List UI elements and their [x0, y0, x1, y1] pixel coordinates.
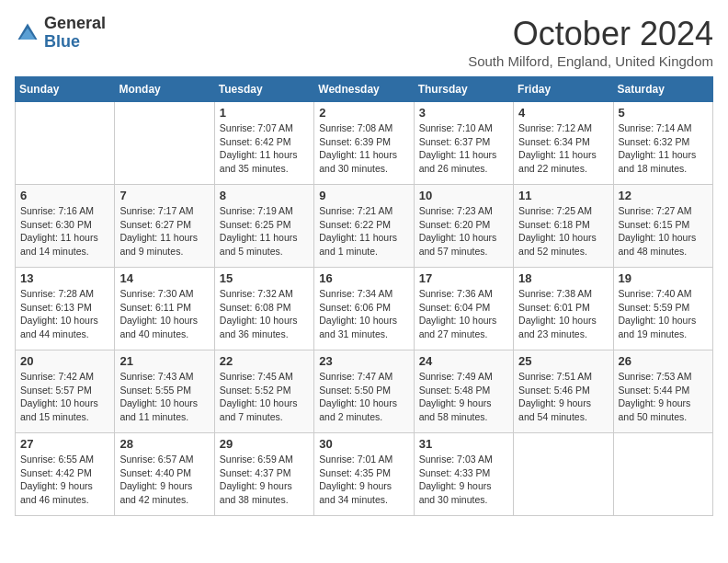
logo-general: General	[44, 15, 106, 33]
day-number: 13	[20, 271, 109, 285]
calendar-cell: 6Sunrise: 7:16 AM Sunset: 6:30 PM Daylig…	[16, 185, 115, 268]
month-title: October 2024	[468, 15, 713, 53]
day-info: Sunrise: 7:07 AM Sunset: 6:42 PM Dayligh…	[220, 121, 309, 176]
calendar-cell: 4Sunrise: 7:12 AM Sunset: 6:34 PM Daylig…	[514, 102, 613, 185]
day-number: 19	[619, 271, 708, 285]
day-info: Sunrise: 6:57 AM Sunset: 4:40 PM Dayligh…	[119, 453, 209, 507]
calendar-cell: 9Sunrise: 7:21 AM Sunset: 6:22 PM Daylig…	[314, 185, 414, 268]
day-number: 10	[419, 189, 508, 202]
day-number: 22	[220, 354, 309, 368]
calendar-cell	[115, 102, 214, 185]
calendar-cell: 5Sunrise: 7:14 AM Sunset: 6:32 PM Daylig…	[613, 102, 712, 185]
day-number: 20	[20, 354, 109, 368]
day-info: Sunrise: 7:49 AM Sunset: 5:48 PM Dayligh…	[419, 370, 508, 424]
day-number: 17	[419, 271, 508, 285]
day-info: Sunrise: 7:08 AM Sunset: 6:39 PM Dayligh…	[319, 121, 408, 176]
day-info: Sunrise: 7:47 AM Sunset: 5:50 PM Dayligh…	[319, 370, 408, 424]
day-info: Sunrise: 7:25 AM Sunset: 6:18 PM Dayligh…	[518, 204, 608, 259]
day-number: 26	[619, 354, 708, 368]
col-header-sunday: Sunday	[16, 77, 115, 102]
calendar-cell: 29Sunrise: 6:59 AM Sunset: 4:37 PM Dayli…	[214, 433, 313, 516]
day-info: Sunrise: 7:17 AM Sunset: 6:27 PM Dayligh…	[119, 204, 209, 259]
day-info: Sunrise: 7:42 AM Sunset: 5:57 PM Dayligh…	[20, 370, 109, 424]
day-info: Sunrise: 7:23 AM Sunset: 6:20 PM Dayligh…	[419, 204, 508, 259]
page-header: General Blue October 2024 South Milford,…	[15, 15, 713, 69]
day-number: 1	[220, 106, 309, 120]
calendar-cell: 30Sunrise: 7:01 AM Sunset: 4:35 PM Dayli…	[314, 433, 414, 516]
day-number: 2	[319, 106, 408, 120]
col-header-wednesday: Wednesday	[314, 77, 414, 102]
calendar-cell: 1Sunrise: 7:07 AM Sunset: 6:42 PM Daylig…	[214, 102, 313, 185]
calendar-cell: 13Sunrise: 7:28 AM Sunset: 6:13 PM Dayli…	[16, 268, 115, 350]
title-section: October 2024 South Milford, England, Uni…	[468, 15, 713, 69]
calendar-cell: 11Sunrise: 7:25 AM Sunset: 6:18 PM Dayli…	[514, 185, 613, 268]
day-info: Sunrise: 7:32 AM Sunset: 6:08 PM Dayligh…	[220, 287, 309, 341]
day-number: 7	[119, 189, 209, 202]
logo: General Blue	[15, 15, 106, 52]
calendar-cell: 14Sunrise: 7:30 AM Sunset: 6:11 PM Dayli…	[115, 268, 214, 350]
day-number: 28	[119, 437, 209, 451]
day-number: 8	[220, 189, 309, 202]
calendar-cell: 22Sunrise: 7:45 AM Sunset: 5:52 PM Dayli…	[214, 350, 313, 433]
calendar-cell: 7Sunrise: 7:17 AM Sunset: 6:27 PM Daylig…	[115, 185, 214, 268]
day-info: Sunrise: 7:51 AM Sunset: 5:46 PM Dayligh…	[518, 370, 608, 424]
calendar-cell: 19Sunrise: 7:40 AM Sunset: 5:59 PM Dayli…	[613, 268, 712, 350]
calendar-cell	[514, 433, 613, 516]
calendar-cell	[16, 102, 115, 185]
calendar-cell: 26Sunrise: 7:53 AM Sunset: 5:44 PM Dayli…	[613, 350, 712, 433]
day-info: Sunrise: 7:30 AM Sunset: 6:11 PM Dayligh…	[119, 287, 209, 341]
day-info: Sunrise: 7:40 AM Sunset: 5:59 PM Dayligh…	[619, 287, 708, 341]
calendar-cell: 15Sunrise: 7:32 AM Sunset: 6:08 PM Dayli…	[214, 268, 313, 350]
day-number: 24	[419, 354, 508, 368]
calendar-cell	[613, 433, 712, 516]
calendar-cell: 17Sunrise: 7:36 AM Sunset: 6:04 PM Dayli…	[414, 268, 513, 350]
day-info: Sunrise: 7:34 AM Sunset: 6:06 PM Dayligh…	[319, 287, 408, 341]
day-info: Sunrise: 7:12 AM Sunset: 6:34 PM Dayligh…	[518, 121, 608, 176]
day-number: 29	[220, 437, 309, 451]
col-header-monday: Monday	[115, 77, 214, 102]
day-info: Sunrise: 7:19 AM Sunset: 6:25 PM Dayligh…	[220, 204, 309, 259]
location: South Milford, England, United Kingdom	[468, 53, 713, 69]
day-number: 30	[319, 437, 408, 451]
day-info: Sunrise: 7:14 AM Sunset: 6:32 PM Dayligh…	[619, 121, 708, 176]
calendar-cell: 31Sunrise: 7:03 AM Sunset: 4:33 PM Dayli…	[414, 433, 513, 516]
day-number: 23	[319, 354, 408, 368]
day-info: Sunrise: 7:27 AM Sunset: 6:15 PM Dayligh…	[619, 204, 708, 259]
day-number: 18	[518, 271, 608, 285]
day-info: Sunrise: 7:21 AM Sunset: 6:22 PM Dayligh…	[319, 204, 408, 259]
day-number: 14	[119, 271, 209, 285]
calendar-cell: 28Sunrise: 6:57 AM Sunset: 4:40 PM Dayli…	[115, 433, 214, 516]
day-info: Sunrise: 7:01 AM Sunset: 4:35 PM Dayligh…	[319, 453, 408, 507]
day-info: Sunrise: 7:28 AM Sunset: 6:13 PM Dayligh…	[20, 287, 109, 341]
calendar-cell: 20Sunrise: 7:42 AM Sunset: 5:57 PM Dayli…	[16, 350, 115, 433]
calendar-cell: 24Sunrise: 7:49 AM Sunset: 5:48 PM Dayli…	[414, 350, 513, 433]
logo-text: General Blue	[44, 15, 106, 52]
calendar-cell: 27Sunrise: 6:55 AM Sunset: 4:42 PM Dayli…	[16, 433, 115, 516]
calendar-cell: 21Sunrise: 7:43 AM Sunset: 5:55 PM Dayli…	[115, 350, 214, 433]
day-number: 15	[220, 271, 309, 285]
logo-blue: Blue	[44, 33, 106, 52]
col-header-tuesday: Tuesday	[214, 77, 313, 102]
calendar-cell: 10Sunrise: 7:23 AM Sunset: 6:20 PM Dayli…	[414, 185, 513, 268]
day-info: Sunrise: 6:55 AM Sunset: 4:42 PM Dayligh…	[20, 453, 109, 507]
day-number: 9	[319, 189, 408, 202]
day-info: Sunrise: 7:53 AM Sunset: 5:44 PM Dayligh…	[619, 370, 708, 424]
col-header-thursday: Thursday	[414, 77, 513, 102]
calendar-cell: 25Sunrise: 7:51 AM Sunset: 5:46 PM Dayli…	[514, 350, 613, 433]
calendar-cell: 8Sunrise: 7:19 AM Sunset: 6:25 PM Daylig…	[214, 185, 313, 268]
day-number: 12	[619, 189, 708, 202]
day-number: 21	[119, 354, 209, 368]
day-info: Sunrise: 7:43 AM Sunset: 5:55 PM Dayligh…	[119, 370, 209, 424]
calendar-cell: 2Sunrise: 7:08 AM Sunset: 6:39 PM Daylig…	[314, 102, 414, 185]
day-info: Sunrise: 7:38 AM Sunset: 6:01 PM Dayligh…	[518, 287, 608, 341]
day-number: 3	[419, 106, 508, 120]
day-number: 16	[319, 271, 408, 285]
calendar-table: SundayMondayTuesdayWednesdayThursdayFrid…	[15, 76, 713, 516]
day-info: Sunrise: 7:45 AM Sunset: 5:52 PM Dayligh…	[220, 370, 309, 424]
col-header-saturday: Saturday	[613, 77, 712, 102]
day-number: 25	[518, 354, 608, 368]
calendar-cell: 16Sunrise: 7:34 AM Sunset: 6:06 PM Dayli…	[314, 268, 414, 350]
day-info: Sunrise: 7:10 AM Sunset: 6:37 PM Dayligh…	[419, 121, 508, 176]
calendar-cell: 18Sunrise: 7:38 AM Sunset: 6:01 PM Dayli…	[514, 268, 613, 350]
day-number: 27	[20, 437, 109, 451]
